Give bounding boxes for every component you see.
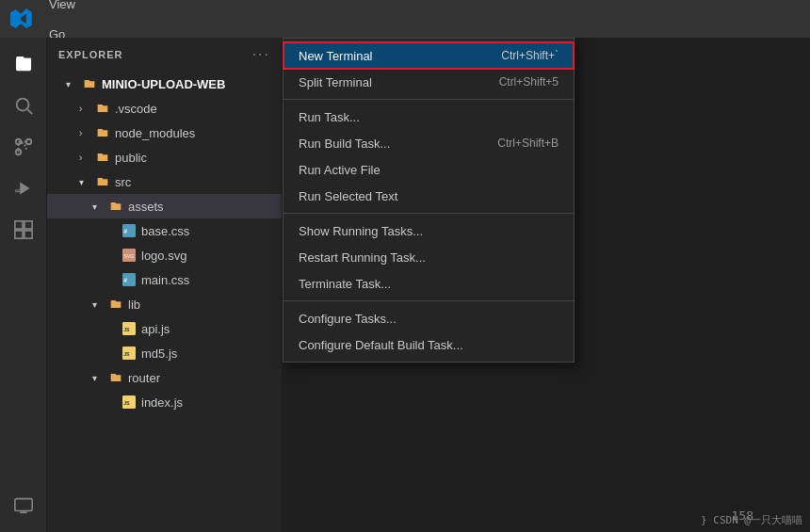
sidebar-more-button[interactable]: ··· (252, 46, 270, 63)
tree-item-base_css[interactable]: #base.css (47, 218, 282, 243)
js-icon: JS (121, 322, 138, 335)
dropdown-item-label: Restart Running Task... (299, 250, 426, 265)
svg-rect-9 (14, 231, 22, 238)
editor-area: 158 New TerminalCtrl+Shift+`Split Termin… (283, 38, 810, 532)
tree-item-api_js[interactable]: JSapi.js (47, 316, 282, 341)
svg-text:JS: JS (123, 351, 130, 357)
remote-icon[interactable] (5, 487, 42, 524)
chevron-icon: ▾ (79, 177, 94, 187)
tree-item-lib[interactable]: ▾lib (47, 292, 282, 316)
folder-icon (94, 101, 111, 116)
dropdown-item-label: Terminate Task... (299, 277, 391, 291)
dropdown-item-run-build-task[interactable]: Run Build Task...Ctrl+Shift+B (284, 130, 574, 156)
dropdown-item-shortcut: Ctrl+Shift+B (497, 137, 559, 150)
folder-icon (94, 174, 111, 189)
svg-text:#: # (123, 228, 127, 235)
tree-item-node_modules[interactable]: ›node_modules (47, 121, 282, 145)
tree-item-label: logo.svg (141, 249, 282, 263)
svg-rect-7 (14, 221, 22, 229)
tree-item-label: base.css (141, 224, 282, 238)
dropdown-item-configure-default-build-task[interactable]: Configure Default Build Task... (284, 331, 574, 358)
tree-item-label: public (115, 151, 282, 165)
chevron-icon: › (79, 153, 94, 163)
vscode-logo-icon (8, 6, 34, 32)
svg-rect-8 (24, 221, 31, 229)
svg-point-4 (25, 139, 31, 145)
tree-item-root[interactable]: ▾MINIO-UPLOAD-WEB (47, 72, 282, 96)
menu-section-3: Configure Tasks...Configure Default Buil… (284, 301, 574, 362)
js-icon: JS (121, 347, 138, 360)
source-control-icon[interactable] (5, 128, 42, 166)
tree-item-label: router (128, 371, 282, 385)
dropdown-item-shortcut: Ctrl+Shift+5 (499, 75, 559, 89)
menubar: FileEditSelectionViewGoRunTerminalHelp (0, 0, 810, 38)
menu-section-1: Run Task...Run Build Task...Ctrl+Shift+B… (284, 100, 574, 214)
tree-item-label: MINIO-UPLOAD-WEB (102, 77, 282, 91)
extensions-icon[interactable] (5, 211, 42, 249)
activity-bar (0, 38, 47, 532)
folder-icon (107, 370, 124, 385)
dropdown-item-run-active-file[interactable]: Run Active File (284, 156, 574, 183)
dropdown-item-label: Configure Default Build Task... (299, 338, 463, 352)
dropdown-item-restart-running-task[interactable]: Restart Running Task... (284, 244, 574, 270)
svg-rect-11 (14, 499, 31, 511)
tree-item-label: index.js (141, 395, 282, 410)
dropdown-item-label: Run Selected Text (299, 189, 397, 203)
menu-section-0: New TerminalCtrl+Shift+`Split TerminalCt… (284, 39, 574, 100)
chevron-icon: ▾ (66, 79, 81, 89)
tree-item-label: main.css (141, 273, 282, 287)
tree-item-label: .vscode (115, 102, 282, 116)
tree-item-main_css[interactable]: #main.css (47, 267, 282, 292)
tree-item-label: lib (128, 298, 282, 312)
folder-icon (107, 297, 124, 312)
dropdown-item-terminate-task[interactable]: Terminate Task... (284, 270, 574, 297)
tree-item-label: src (115, 175, 282, 189)
run-debug-icon[interactable] (5, 169, 42, 207)
chevron-icon: ▾ (92, 373, 107, 383)
menu-item-view[interactable]: View (40, 0, 108, 19)
tree-item-src[interactable]: ▾src (47, 169, 282, 194)
dropdown-item-label: Configure Tasks... (299, 312, 397, 326)
dropdown-item-run-task[interactable]: Run Task... (284, 104, 574, 130)
terminal-dropdown-menu[interactable]: New TerminalCtrl+Shift+`Split TerminalCt… (283, 38, 575, 363)
dropdown-item-label: Show Running Tasks... (299, 224, 423, 238)
tree-item-public[interactable]: ›public (47, 145, 282, 169)
tree-item-index_js[interactable]: JSindex.js (47, 390, 282, 414)
tree-item-vscode[interactable]: ›.vscode (47, 96, 282, 121)
svg-line-2 (27, 109, 32, 114)
svg-icon: SVG (121, 249, 138, 262)
css-icon: # (121, 224, 138, 237)
dropdown-item-label: Run Task... (299, 110, 360, 124)
chevron-icon: › (79, 128, 94, 138)
chevron-icon: ▾ (92, 299, 107, 310)
sidebar-header: EXPLORER ··· (47, 38, 282, 72)
svg-text:JS: JS (123, 400, 130, 406)
dropdown-item-split-terminal[interactable]: Split TerminalCtrl+Shift+5 (284, 69, 574, 95)
search-activity-icon[interactable] (5, 87, 42, 124)
js-icon: JS (121, 395, 138, 409)
menu-section-2: Show Running Tasks...Restart Running Tas… (284, 214, 574, 301)
tree-item-label: node_modules (115, 126, 282, 140)
svg-point-1 (16, 99, 28, 111)
folder-root-icon (81, 76, 98, 91)
dropdown-item-show-running-tasks[interactable]: Show Running Tasks... (284, 218, 574, 244)
tree-item-md5_js[interactable]: JSmd5.js (47, 341, 282, 365)
tree-item-router[interactable]: ▾router (47, 365, 282, 390)
tree-item-logo_svg[interactable]: SVGlogo.svg (47, 243, 282, 267)
tree-item-assets[interactable]: ▾assets (47, 194, 282, 218)
tree-item-label: md5.js (141, 347, 282, 361)
chevron-icon: › (79, 104, 94, 114)
dropdown-item-run-selected-text[interactable]: Run Selected Text (284, 183, 574, 209)
dropdown-item-new-terminal[interactable]: New TerminalCtrl+Shift+` (284, 42, 574, 69)
svg-text:#: # (123, 277, 127, 284)
explorer-icon[interactable] (5, 45, 42, 83)
dropdown-item-label: Run Build Task... (299, 137, 390, 151)
sidebar: EXPLORER ··· ▾MINIO-UPLOAD-WEB›.vscode›n… (47, 38, 283, 532)
folder-icon (94, 150, 111, 165)
dropdown-item-label: Run Active File (299, 163, 381, 177)
dropdown-item-shortcut: Ctrl+Shift+` (501, 49, 559, 62)
dropdown-overlay: New TerminalCtrl+Shift+`Split TerminalCt… (283, 38, 810, 532)
dropdown-item-configure-tasks[interactable]: Configure Tasks... (284, 305, 574, 331)
folder-icon (107, 199, 124, 214)
chevron-icon: ▾ (92, 202, 107, 212)
